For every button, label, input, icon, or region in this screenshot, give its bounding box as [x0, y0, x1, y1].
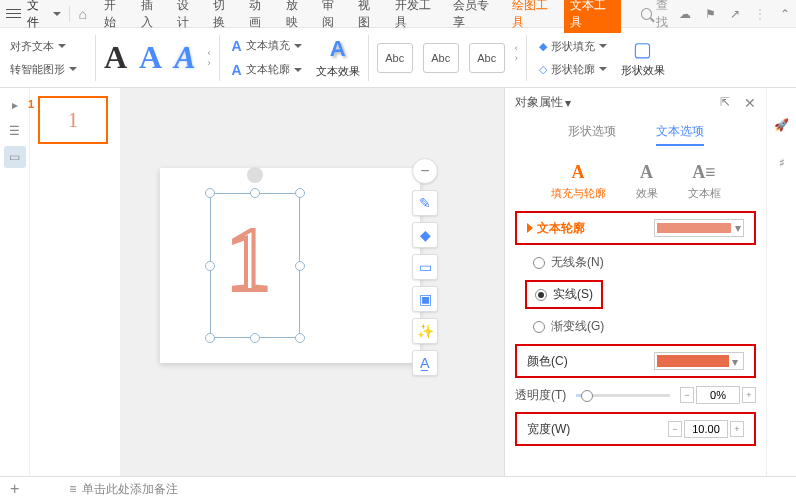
text-fill-button[interactable]: A文本填充	[228, 36, 306, 56]
outline-view-icon[interactable]: ▸	[4, 94, 26, 116]
opacity-slider[interactable]	[576, 394, 670, 397]
minus-tool-icon[interactable]: −	[412, 158, 438, 184]
pin-icon[interactable]: ⇱	[720, 95, 736, 111]
cloud-icon[interactable]: ☁	[679, 7, 691, 21]
file-menu-button[interactable]: 文件	[27, 0, 61, 31]
resize-handle[interactable]	[250, 188, 260, 198]
text-tool-icon[interactable]: A̲	[412, 350, 438, 376]
width-increase[interactable]: +	[730, 421, 744, 437]
radio-gradient-line[interactable]: 渐变线(G)	[505, 313, 766, 340]
tab-text-options[interactable]: 文本选项	[656, 123, 704, 146]
tab-slideshow[interactable]: 放映	[280, 0, 314, 33]
tab-design[interactable]: 设计	[171, 0, 205, 33]
notes-icon: ≡	[69, 482, 76, 496]
close-icon[interactable]: ✕	[744, 95, 756, 111]
list-view-icon[interactable]: ☰	[4, 120, 26, 142]
shape-fill-button[interactable]: ◆形状填充	[535, 37, 611, 56]
settings-slider-icon[interactable]: ♯	[779, 156, 785, 170]
shape-style-3[interactable]: Abc	[469, 43, 505, 73]
shape-effects-button[interactable]: ▢ 形状效果	[621, 37, 665, 78]
tab-start[interactable]: 开始	[98, 0, 132, 33]
resize-handle[interactable]	[295, 188, 305, 198]
width-label: 宽度(W)	[527, 421, 570, 438]
opacity-increase[interactable]: +	[742, 387, 756, 403]
radio-solid-line[interactable]	[535, 289, 547, 301]
color-picker[interactable]: ▾	[654, 352, 744, 370]
section-text-outline[interactable]: 文本轮廓	[537, 220, 585, 237]
tab-review[interactable]: 审阅	[316, 0, 350, 33]
magic-tool-icon[interactable]: ✨	[412, 318, 438, 344]
radio-no-line[interactable]: 无线条(N)	[505, 249, 766, 276]
slide-canvas[interactable]: 1 − ✎ ◆ ▭ ▣ ✨ A̲	[160, 168, 420, 363]
tab-drawing-tools[interactable]: 绘图工具	[506, 0, 563, 33]
color-label: 颜色(C)	[527, 353, 568, 370]
search-icon	[641, 8, 652, 20]
layer-tool-icon[interactable]: ▣	[412, 286, 438, 312]
resize-handle[interactable]	[295, 333, 305, 343]
panel-title: 对象属性	[515, 94, 563, 111]
home-icon[interactable]: ⌂	[78, 6, 86, 22]
rotate-handle[interactable]	[247, 167, 263, 183]
shape-outline-button[interactable]: ◇形状轮廓	[535, 60, 611, 79]
wordart-style-1[interactable]: A	[104, 39, 127, 76]
tab-view[interactable]: 视图	[352, 0, 386, 33]
pen-tool-icon[interactable]: ✎	[412, 190, 438, 216]
resize-handle[interactable]	[205, 261, 215, 271]
opacity-label: 透明度(T)	[515, 387, 566, 404]
collapse-ribbon-icon[interactable]: ⌃	[780, 7, 790, 21]
text-effects-button[interactable]: A 文本效果	[316, 36, 360, 79]
add-slide-button[interactable]: +	[10, 480, 19, 498]
tab-animation[interactable]: 动画	[243, 0, 277, 33]
resize-handle[interactable]	[250, 333, 260, 343]
resize-handle[interactable]	[205, 333, 215, 343]
opacity-decrease[interactable]: −	[680, 387, 694, 403]
slide-thumbnail-1[interactable]: 1 1	[38, 96, 108, 144]
wordart-style-3[interactable]: A	[174, 39, 195, 76]
share-icon[interactable]: ↗	[730, 7, 740, 21]
subtab-effects[interactable]: A效果	[636, 162, 658, 201]
search-button[interactable]: 查找	[641, 0, 679, 31]
smart-graphic-button[interactable]: 转智能图形	[6, 60, 81, 79]
tab-shape-options[interactable]: 形状选项	[568, 123, 616, 146]
width-input[interactable]	[684, 420, 728, 438]
subtab-fill-outline[interactable]: A填充与轮廓	[551, 162, 606, 201]
shape-style-2[interactable]: Abc	[423, 43, 459, 73]
rocket-icon[interactable]: 🚀	[774, 118, 789, 132]
tab-transition[interactable]: 切换	[207, 0, 241, 33]
hamburger-menu-icon[interactable]	[6, 9, 21, 18]
selected-textbox[interactable]: 1	[210, 193, 300, 338]
shape-tool-icon[interactable]: ▭	[412, 254, 438, 280]
width-decrease[interactable]: −	[668, 421, 682, 437]
slide-number: 1	[28, 98, 34, 110]
align-text-button[interactable]: 对齐文本	[6, 37, 81, 56]
subtab-textbox[interactable]: A≡文本框	[688, 162, 721, 201]
resize-handle[interactable]	[295, 261, 305, 271]
tab-text-tools[interactable]: 文本工具	[564, 0, 621, 33]
resize-handle[interactable]	[205, 188, 215, 198]
tab-insert[interactable]: 插入	[135, 0, 169, 33]
tab-dev[interactable]: 开发工具	[389, 0, 446, 33]
shape-style-1[interactable]: Abc	[377, 43, 413, 73]
outline-color-preview[interactable]: ▾	[654, 219, 744, 237]
wordart-style-2[interactable]: A	[139, 39, 162, 76]
opacity-input[interactable]	[696, 386, 740, 404]
fill-tool-icon[interactable]: ◆	[412, 222, 438, 248]
expand-triangle-icon[interactable]	[527, 223, 533, 233]
text-outline-button[interactable]: A文本轮廓	[228, 60, 306, 80]
thumbnail-view-icon[interactable]: ▭	[4, 146, 26, 168]
tab-member[interactable]: 会员专享	[447, 0, 504, 33]
notes-placeholder[interactable]: 单击此处添加备注	[82, 481, 178, 498]
flag-icon[interactable]: ⚑	[705, 7, 716, 21]
